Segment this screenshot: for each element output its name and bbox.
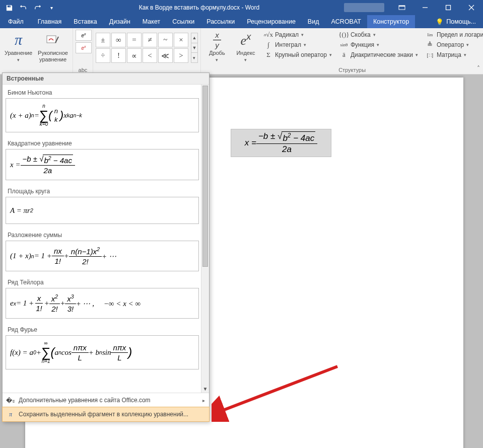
ribbon-group-structures: xy Дробь▾ ex Индекс▾ n√xРадикал▾ ∫Интегр…	[201, 28, 483, 74]
matrix-button[interactable]: [∷]Матрица▾	[425, 50, 483, 59]
help-button[interactable]: 💡 Помощь...	[429, 15, 483, 28]
symbol-fact[interactable]: !	[111, 48, 126, 63]
collapse-ribbon-icon[interactable]: ˄	[477, 65, 480, 72]
save-selection-button[interactable]: π Сохранить выделенный фрагмент в коллек…	[3, 407, 209, 421]
ink-equation-button[interactable]: Рукописное уравнение	[36, 30, 70, 63]
gallery-item-fourier[interactable]: f(x) = a0 + ∞∑n=1 (an cosnπxL + bn sinnπ…	[6, 335, 199, 369]
title-bar: ▾ Как в Ворде вставить формулу.docx - Wo…	[0, 0, 483, 15]
gallery-item-binom[interactable]: (x + a)n = n∑k=0 (nk) xkan−k	[6, 98, 199, 132]
ribbon-group-symbols: ± ∞ = ≠ ~ × ÷ ! ∝ < ≪ > ▲ ▼ ▾	[93, 28, 201, 74]
professional-button[interactable]: ex	[76, 30, 92, 41]
symbol-pm[interactable]: ±	[96, 33, 110, 47]
scroll-down-icon[interactable]: ▼	[201, 385, 209, 393]
tab-home[interactable]: Главная	[32, 15, 68, 28]
account-placeholder[interactable]	[344, 3, 384, 12]
symbol-scroll: ▲ ▼ ▾	[191, 33, 198, 63]
convert-label: abc	[76, 66, 90, 73]
minimize-icon[interactable]	[413, 0, 437, 15]
gallery-scrollbar[interactable]: ▼	[201, 85, 209, 393]
pi-icon: π	[15, 31, 22, 49]
gallery-item-title: Квадратное уравнение	[6, 137, 199, 149]
symbol-inf[interactable]: ∞	[111, 33, 126, 47]
symbol-lt[interactable]: <	[143, 48, 157, 63]
limit-button[interactable]: limПредел и логарифм▾	[425, 30, 483, 39]
bracket-button[interactable]: {()}Скобка▾	[338, 30, 419, 39]
symbol-grid: ± ∞ = ≠ ~ × ÷ ! ∝ < ≪ >	[96, 33, 188, 63]
tab-file[interactable]: Файл	[0, 15, 32, 28]
more-equations-label: Дополнительные уравнения с сайта Office.…	[19, 397, 151, 404]
maximize-icon[interactable]	[437, 0, 460, 15]
fraction-label: Дробь	[209, 50, 225, 56]
qat-customize-icon[interactable]: ▾	[45, 2, 57, 14]
symbol-ll[interactable]: ≪	[158, 48, 173, 63]
ribbon-tabs: Файл Главная Вставка Дизайн Макет Ссылки…	[0, 15, 483, 28]
equation-object[interactable]: x = −b ± √b2 − 4ac2a	[231, 129, 331, 157]
operator-icon: ≜	[426, 41, 435, 49]
script-label: Индекс	[236, 50, 255, 56]
tab-insert[interactable]: Вставка	[67, 15, 103, 28]
symbol-eq[interactable]: =	[127, 33, 142, 47]
save-selection-label: Сохранить выделенный фрагмент в коллекци…	[19, 411, 188, 418]
symbol-prop[interactable]: ∝	[127, 48, 142, 63]
symbol-down-icon[interactable]: ▼	[191, 43, 197, 53]
gallery-item-title: Бином Ньютона	[6, 87, 199, 98]
svg-rect-1	[399, 6, 405, 7]
struct-col-1: n√xРадикал▾ ∫Интеграл▾ ΣКрупный оператор…	[261, 30, 335, 60]
radical-icon: n√x	[264, 31, 273, 39]
symbol-up-icon[interactable]: ▲	[191, 33, 197, 43]
redo-icon[interactable]	[31, 2, 43, 14]
tab-view[interactable]: Вид	[302, 15, 325, 28]
save-icon[interactable]	[3, 2, 15, 14]
svg-rect-3	[446, 6, 451, 10]
window-controls	[390, 0, 483, 15]
ribbon-display-icon[interactable]	[390, 0, 413, 15]
pi-save-icon: π	[7, 410, 15, 418]
gallery-item-circle[interactable]: A = πr2	[6, 197, 199, 224]
function-button[interactable]: sinθФункция▾	[338, 40, 419, 49]
tab-review[interactable]: Рецензирование	[241, 15, 302, 28]
fraction-icon: xy	[213, 31, 221, 49]
symbol-tilde[interactable]: ~	[158, 33, 173, 47]
ink-label: Рукописное уравнение	[38, 50, 68, 62]
svg-rect-4	[47, 36, 56, 43]
chevron-right-icon: ▸	[202, 398, 205, 403]
accent-button[interactable]: äДиакритические знаки▾	[338, 50, 419, 59]
sigma-icon: Σ	[264, 51, 273, 59]
limit-icon: lim	[426, 31, 435, 39]
office-icon: �ะ	[7, 396, 15, 404]
fraction-button[interactable]: xy Дробь▾	[203, 30, 231, 63]
tab-references[interactable]: Ссылки	[166, 15, 200, 28]
equation-button[interactable]: π Уравнение▾	[3, 30, 34, 63]
integral-icon: ∫	[264, 41, 273, 49]
gallery-item-title: Ряд Тейлора	[6, 276, 199, 288]
structures-label: Структуры	[203, 66, 483, 73]
tab-acrobat[interactable]: ACROBAT	[325, 15, 367, 28]
bracket-icon: {()}	[339, 31, 349, 39]
symbol-times[interactable]: ×	[174, 33, 188, 47]
integral-button[interactable]: ∫Интеграл▾	[263, 40, 333, 49]
gallery-item-quadratic[interactable]: x = −b ± √b2 − 4ac2a	[6, 149, 199, 180]
undo-icon[interactable]	[17, 2, 29, 14]
symbol-more-icon[interactable]: ▾	[191, 52, 197, 62]
gallery-item-taylor[interactable]: ex = 1 + x1! + x22! + x33! + ⋯ , −∞ < x …	[6, 288, 199, 319]
symbol-div[interactable]: ÷	[96, 48, 110, 63]
symbol-neq[interactable]: ≠	[143, 33, 157, 47]
symbol-gt[interactable]: >	[174, 48, 188, 63]
large-op-button[interactable]: ΣКрупный оператор▾	[263, 50, 333, 59]
scrollbar-thumb[interactable]	[202, 86, 208, 267]
operator-button[interactable]: ≜Оператор▾	[425, 40, 483, 49]
radical-button[interactable]: n√xРадикал▾	[263, 30, 333, 39]
linear-button[interactable]: ex	[76, 42, 92, 53]
tab-constructor[interactable]: Конструктор	[367, 15, 415, 28]
gallery-item-title: Разложение суммы	[6, 229, 199, 241]
script-button[interactable]: ex Индекс▾	[232, 30, 259, 63]
accent-icon: ä	[339, 51, 349, 59]
gallery-item-expansion[interactable]: (1 + x)n = 1 + nx1! + n(n−1)x22! + ⋯	[6, 241, 199, 271]
script-icon: ex	[241, 31, 251, 49]
more-equations-button[interactable]: �ะ Дополнительные уравнения с сайта Offi…	[3, 393, 209, 407]
close-icon[interactable]	[460, 0, 483, 15]
tab-mailings[interactable]: Рассылки	[200, 15, 241, 28]
tab-design[interactable]: Дизайн	[103, 15, 136, 28]
ribbon-group-convert: ex ex abc	[73, 28, 93, 74]
tab-layout[interactable]: Макет	[136, 15, 166, 28]
